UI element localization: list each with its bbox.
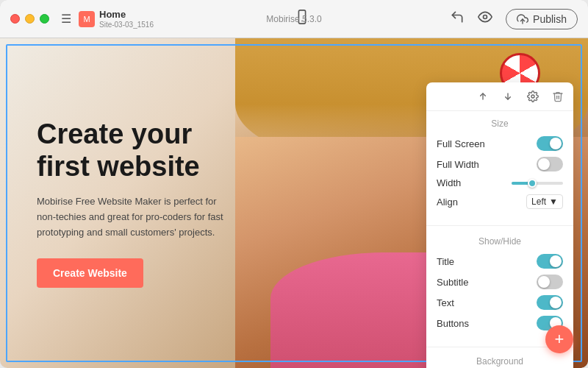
move-down-icon[interactable] — [500, 88, 516, 105]
full-width-toggle-knob — [538, 158, 550, 170]
buttons-label: Buttons — [437, 318, 469, 329]
text-row: Text — [437, 295, 563, 310]
traffic-lights — [10, 14, 49, 24]
align-value: Left — [531, 197, 546, 207]
hero-description: Mobirise Free Website Maker is perfect f… — [37, 194, 228, 240]
publish-button[interactable]: Publish — [506, 9, 578, 29]
width-label: Width — [437, 177, 461, 188]
size-section: Size Full Screen Full Width Width — [426, 111, 573, 222]
maximize-button[interactable] — [40, 14, 49, 24]
full-screen-toggle[interactable] — [537, 136, 563, 151]
full-width-row: Full Width — [437, 157, 563, 171]
subtitle-row: Subtitle — [437, 275, 563, 289]
align-row: Align Left ▼ — [437, 194, 563, 209]
full-width-label: Full Width — [437, 159, 479, 170]
add-block-button[interactable]: + — [545, 325, 573, 353]
hero-content: Create your first website Mobirise Free … — [0, 89, 265, 317]
full-screen-toggle-knob — [550, 138, 562, 149]
nav-logo: M Home Site-03-03_1516 — [79, 9, 154, 29]
delete-icon[interactable] — [550, 88, 566, 105]
text-toggle-knob — [550, 297, 562, 308]
publish-label: Publish — [533, 13, 567, 25]
buttons-row: Buttons — [437, 316, 563, 330]
titlebar: Mobirise 5.3.0 ☰ M Home Site-03-03_1516 — [0, 0, 588, 38]
divider-1 — [426, 225, 573, 226]
preview-icon[interactable] — [478, 10, 492, 28]
app-title: Mobirise 5.3.0 — [266, 14, 321, 24]
text-label: Text — [437, 297, 454, 308]
full-width-toggle[interactable] — [537, 157, 563, 171]
text-toggle[interactable] — [537, 295, 563, 310]
home-label: Home — [99, 9, 154, 21]
hero-cta-button[interactable]: Create Website — [37, 258, 143, 288]
undo-icon[interactable] — [450, 10, 465, 28]
move-up-icon[interactable] — [475, 88, 491, 105]
settings-panel: Size Full Screen Full Width Width — [426, 82, 573, 368]
background-title: Background — [437, 356, 563, 367]
main-content: Create your first website Mobirise Free … — [0, 38, 588, 368]
full-screen-label: Full Screen — [437, 138, 485, 149]
width-slider[interactable] — [512, 182, 563, 185]
title-label: Title — [437, 256, 454, 267]
subtitle-label: Subtitle — [437, 277, 468, 288]
align-label: Align — [437, 197, 458, 208]
hero-title: Create your first website — [37, 118, 228, 183]
align-select[interactable]: Left ▼ — [526, 194, 563, 209]
slider-thumb — [528, 179, 537, 188]
logo-icon: M — [79, 11, 95, 27]
settings-icon[interactable] — [525, 88, 541, 105]
svg-point-2 — [484, 15, 487, 19]
titlebar-right: Publish — [450, 9, 578, 29]
show-hide-title: Show/Hide — [437, 236, 563, 247]
menu-icon[interactable]: ☰ — [61, 12, 71, 26]
show-hide-section: Show/Hide Title Subtitle Text — [426, 229, 573, 344]
title-toggle-knob — [550, 255, 562, 267]
subtitle-toggle[interactable] — [537, 275, 563, 289]
svg-point-6 — [531, 95, 534, 98]
home-sub: Site-03-03_1516 — [99, 21, 154, 29]
logo-text: Home Site-03-03_1516 — [99, 9, 154, 29]
title-toggle[interactable] — [537, 254, 563, 269]
minimize-button[interactable] — [25, 14, 35, 24]
app-window: Mobirise 5.3.0 ☰ M Home Site-03-03_1516 — [0, 0, 588, 368]
panel-icons — [426, 82, 573, 111]
subtitle-toggle-knob — [538, 276, 550, 288]
background-section: Background Image Color Video — [426, 350, 573, 368]
slider-track — [512, 182, 563, 185]
size-section-title: Size — [437, 118, 563, 129]
width-row: Width — [437, 177, 563, 188]
close-button[interactable] — [10, 14, 20, 24]
full-screen-row: Full Screen — [437, 136, 563, 151]
align-chevron-icon: ▼ — [549, 197, 558, 207]
title-row: Title — [437, 254, 563, 269]
